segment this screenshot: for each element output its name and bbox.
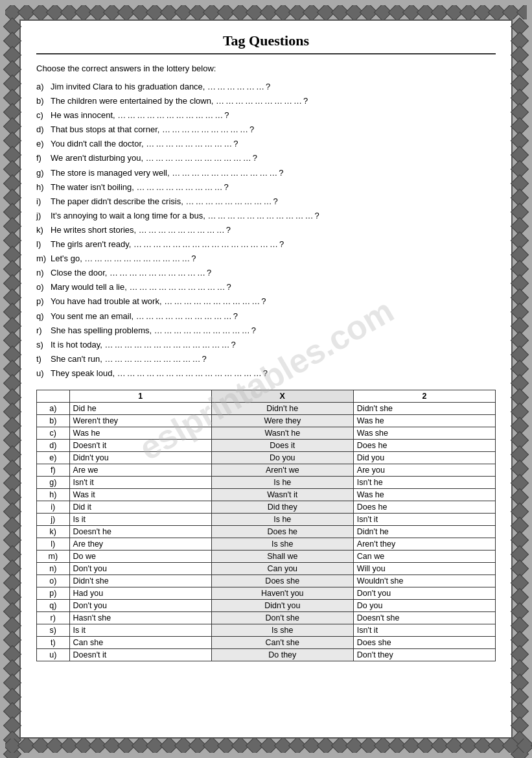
col2-cell: Didn't she xyxy=(353,402,495,414)
dots: …………………………… xyxy=(117,110,224,120)
question-label: l) xyxy=(36,237,51,252)
row-label: q) xyxy=(37,599,70,611)
row-label: r) xyxy=(37,611,70,624)
question-text: The girls aren't ready, ………………………………………? xyxy=(51,237,496,252)
dots: ……………… xyxy=(207,82,266,91)
row-label: p) xyxy=(37,587,70,599)
col1-cell: Hasn't she xyxy=(69,611,211,624)
col1-cell: Are we xyxy=(69,464,211,476)
row-label: u) xyxy=(37,648,70,661)
question-label: b) xyxy=(36,94,51,108)
row-label: n) xyxy=(37,562,70,574)
instruction: Choose the correct answers in the lotter… xyxy=(36,64,496,73)
question-text: They speak loud, ………………………………………? xyxy=(51,366,496,381)
table-row: n)Don't youCan youWill you xyxy=(37,562,496,574)
table-header: X xyxy=(211,390,353,402)
col2-cell: Can we xyxy=(353,550,495,562)
question-item: d)That bus stops at that corner, …………………… xyxy=(36,123,496,137)
colx-cell: Can't she xyxy=(211,636,353,648)
question-label: r) xyxy=(36,324,51,338)
question-item: j)It's annoying to wait a long time for … xyxy=(36,209,496,223)
question-label: k) xyxy=(36,223,51,237)
question-label: a) xyxy=(36,80,51,94)
col1-cell: Did he xyxy=(69,402,211,414)
row-label: k) xyxy=(37,525,70,538)
dots: ………………………… xyxy=(164,296,261,306)
question-text: That bus stops at that corner, ………………………… xyxy=(51,123,496,137)
colx-cell: Does she xyxy=(211,574,353,587)
row-label: d) xyxy=(37,439,70,451)
row-label: o) xyxy=(37,574,70,587)
dots: ………………………… xyxy=(154,326,251,335)
question-label: i) xyxy=(36,195,51,209)
question-text: Let's go, ……………………………? xyxy=(51,252,496,266)
col1-cell: Don't you xyxy=(69,599,211,611)
col1-cell: Do we xyxy=(69,550,211,562)
table-row: r)Hasn't sheDon't sheDoesn't she xyxy=(37,611,496,624)
dots: ……………………………………… xyxy=(117,368,263,378)
row-label: i) xyxy=(37,501,70,513)
dots: ………………………………… xyxy=(105,340,231,349)
table-header: 2 xyxy=(353,390,495,402)
col2-cell: Isn't it xyxy=(353,513,495,525)
row-label: g) xyxy=(37,476,70,488)
row-label: h) xyxy=(37,488,70,501)
question-text: The paper didn't describe the crisis, ……… xyxy=(51,195,496,209)
question-text: She can't run, …………………………? xyxy=(51,352,496,366)
question-text: It is hot today, …………………………………? xyxy=(51,338,496,352)
colx-cell: Do they xyxy=(211,648,353,661)
col2-cell: Don't they xyxy=(353,648,495,661)
question-item: r)She has spelling problems, …………………………? xyxy=(36,324,496,338)
dots: …………………………… xyxy=(146,153,253,163)
table-row: t)Can sheCan't sheDoes she xyxy=(37,636,496,648)
border-bottom xyxy=(5,739,532,753)
question-text: Close the door, …………………………? xyxy=(51,266,496,280)
colx-cell: Does he xyxy=(211,525,353,538)
table-row: c)Was heWasn't heWas she xyxy=(37,427,496,439)
question-label: c) xyxy=(36,108,51,123)
question-text: The store is managed very well, ……………………… xyxy=(51,166,496,180)
question-item: b)The children were entertained by the c… xyxy=(36,94,496,108)
table-row: b)Weren't theyWere theyWas he xyxy=(37,414,496,427)
col1-cell: Weren't they xyxy=(69,414,211,427)
row-label: t) xyxy=(37,636,70,648)
colx-cell: Did they xyxy=(211,501,353,513)
questions-list: a)Jim invited Clara to his graduation da… xyxy=(36,80,496,381)
table-row: l)Are theyIs sheAren't they xyxy=(37,538,496,550)
table-row: o)Didn't sheDoes sheWouldn't she xyxy=(37,574,496,587)
question-item: m)Let's go, ……………………………? xyxy=(36,252,496,266)
question-label: p) xyxy=(36,294,51,309)
colx-cell: Do you xyxy=(211,451,353,464)
question-label: u) xyxy=(36,366,51,381)
question-item: h)The water isn't boiling, ………………………? xyxy=(36,180,496,195)
col2-cell: Isn't it xyxy=(353,624,495,636)
question-text: You didn't call the doctor, ………………………? xyxy=(51,137,496,151)
col1-cell: Did it xyxy=(69,501,211,513)
colx-cell: Does it xyxy=(211,439,353,451)
col2-cell: Doesn't she xyxy=(353,611,495,624)
col1-cell: Doesn't it xyxy=(69,439,211,451)
col1-cell: Didn't you xyxy=(69,451,211,464)
question-text: The water isn't boiling, ………………………? xyxy=(51,180,496,195)
table-row: g)Isn't itIs heIsn't he xyxy=(37,476,496,488)
table-row: u)Doesn't itDo theyDon't they xyxy=(37,648,496,661)
dots: ……………………… xyxy=(146,139,233,148)
col2-cell: Isn't he xyxy=(353,476,495,488)
col2-cell: Does he xyxy=(353,439,495,451)
col2-cell: Aren't they xyxy=(353,538,495,550)
colx-cell: Is she xyxy=(211,538,353,550)
table-row: k)Doesn't heDoes heDidn't he xyxy=(37,525,496,538)
col2-cell: Don't you xyxy=(353,587,495,599)
question-text: You have had trouble at work, …………………………… xyxy=(51,294,496,309)
col2-cell: Was he xyxy=(353,488,495,501)
colx-cell: Were they xyxy=(211,414,353,427)
question-label: n) xyxy=(36,266,51,280)
col1-cell: Had you xyxy=(69,587,211,599)
row-label: f) xyxy=(37,464,70,476)
border-left xyxy=(5,19,19,739)
table-row: h)Was itWasn't itWas he xyxy=(37,488,496,501)
row-label: m) xyxy=(37,550,70,562)
row-label: j) xyxy=(37,513,70,525)
page-inner: Tag Questions Choose the correct answers… xyxy=(19,19,513,739)
col2-cell: Does he xyxy=(353,501,495,513)
